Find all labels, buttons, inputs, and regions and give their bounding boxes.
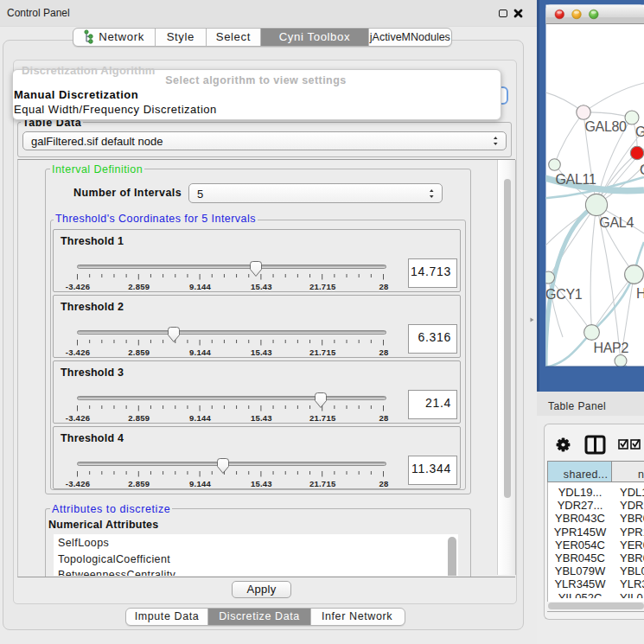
svg-text:HAP2: HAP2 <box>593 341 628 355</box>
svg-text:GAL80: GAL80 <box>584 119 627 134</box>
svg-text:GAL4: GAL4 <box>599 215 634 230</box>
svg-text:C: C <box>640 163 644 177</box>
svg-text:G.: G. <box>635 124 644 139</box>
svg-text:GCY1: GCY1 <box>545 287 583 302</box>
svg-text:GAL11: GAL11 <box>555 172 596 187</box>
svg-text:H: H <box>636 286 644 301</box>
